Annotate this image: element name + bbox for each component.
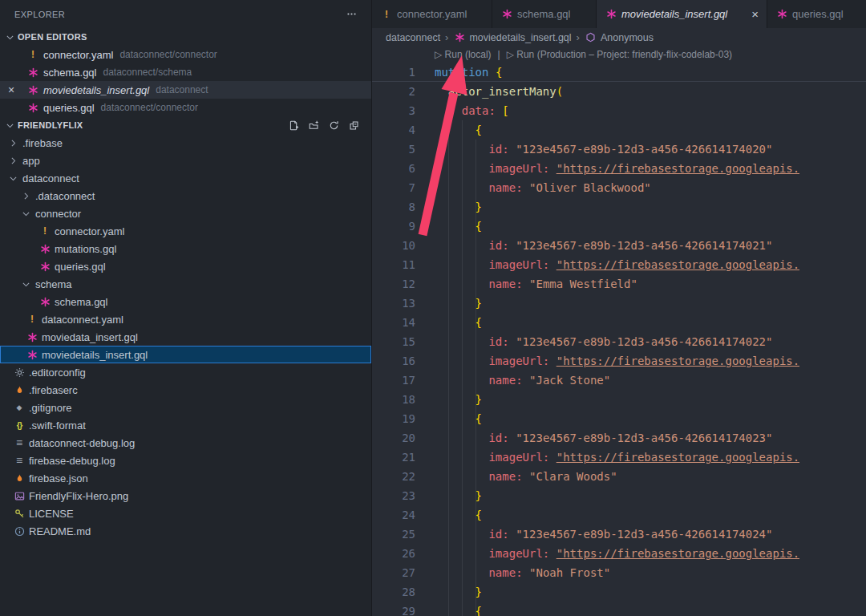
tree-folder-.firebase[interactable]: .firebase (0, 134, 371, 152)
code-line[interactable]: 15 id: "123e4567-e89b-12d3-a456-42661417… (372, 332, 866, 351)
tree-file-moviedata_insert.gql[interactable]: moviedata_insert.gql (0, 328, 371, 346)
tree-folder-dataconnect[interactable]: dataconnect (0, 169, 371, 187)
code-line[interactable]: 8 } (372, 197, 866, 217)
project-chevron-icon (3, 119, 16, 132)
tree-file-firebase.json[interactable]: firebase.json (0, 469, 371, 487)
tree-file-FriendlyFlix-Hero.png[interactable]: FriendlyFlix-Hero.png (0, 487, 371, 505)
tree-file-.swift-format[interactable]: {}.swift-format (0, 416, 371, 434)
symbol-icon (585, 31, 597, 44)
tree-file-.firebaserc[interactable]: .firebaserc (0, 381, 371, 399)
tree-file-firebase-debug.log[interactable]: ≡firebase-debug.log (0, 452, 371, 469)
code-line[interactable]: 5 id: "123e4567-e89b-12d3-a456-426614174… (372, 140, 866, 159)
code-line[interactable]: 28 } (372, 582, 866, 602)
line-content: imageUrl: "https://firebasestorage.googl… (415, 544, 799, 563)
tree-file-dataconnect.yaml[interactable]: !dataconnect.yaml (0, 310, 371, 328)
project-section-header[interactable]: FRIENDLYFLIX (0, 116, 371, 134)
tab-moviedetails_insert.gql[interactable]: moviedetails_insert.gql× (597, 0, 767, 28)
line-number: 15 (372, 332, 415, 351)
gear-icon (13, 366, 26, 379)
tree-file-schema.gql[interactable]: schema.gql (0, 293, 371, 310)
tree-folder-.dataconnect[interactable]: .dataconnect (0, 187, 371, 205)
tree-folder-schema[interactable]: schema (0, 275, 371, 293)
chevron-down-icon (19, 278, 32, 290)
code-line[interactable]: 23 } (372, 486, 866, 505)
tree-file-.editorconfig[interactable]: .editorconfig (0, 363, 371, 381)
open-editor-item[interactable]: ×moviedetails_insert.gqldataconnect (0, 81, 371, 99)
breadcrumb-item[interactable]: moviedetails_insert.gql (453, 31, 571, 44)
file-path: dataconnect/connector (119, 49, 216, 60)
run-local-link[interactable]: ▷ Run (local) (435, 49, 492, 60)
line-content: id: "123e4567-e89b-12d3-a456-42661417402… (415, 428, 772, 448)
code-line[interactable]: 2 actor_insertMany( (372, 82, 866, 101)
code-line[interactable]: 4 { (372, 120, 866, 140)
tree-folder-connector[interactable]: connector (0, 205, 371, 222)
code-line[interactable]: 21 imageUrl: "https://firebasestorage.go… (372, 448, 866, 467)
breadcrumb-separator-icon: › (445, 31, 448, 43)
close-icon[interactable]: × (747, 7, 759, 21)
code-line[interactable]: 9 { (372, 217, 866, 236)
code-editor[interactable]: ▷ Run (local) | ▷ Run (Production – Proj… (372, 47, 866, 616)
line-number: 18 (372, 390, 415, 409)
tab-bar: !connector.yamlschema.gqlmoviedetails_in… (372, 0, 866, 28)
item-label: dataconnect-debug.log (29, 437, 135, 449)
code-line[interactable]: 6 imageUrl: "https://firebasestorage.goo… (372, 159, 866, 178)
new-folder-button[interactable] (306, 118, 320, 132)
code-line[interactable]: 10 id: "123e4567-e89b-12d3-a456-42661417… (372, 236, 866, 255)
tree-file-connector.yaml[interactable]: !connector.yaml (0, 222, 371, 240)
code-line[interactable]: 20 id: "123e4567-e89b-12d3-a456-42661417… (372, 428, 866, 448)
tree-file-queries.gql[interactable]: queries.gql (0, 257, 371, 275)
item-label: schema.gql (55, 296, 107, 308)
code-line[interactable]: 16 imageUrl: "https://firebasestorage.go… (372, 351, 866, 371)
code-lines: 1mutation {2 actor_insertMany(3 data: [4… (372, 63, 866, 616)
run-production-link[interactable]: ▷ Run (Production – Project: friendly-fl… (507, 49, 732, 60)
breadcrumb-item[interactable]: Anonymous (585, 31, 654, 44)
code-line[interactable]: 18 } (372, 390, 866, 409)
line-number: 22 (372, 467, 415, 486)
tab-label: moviedetails_insert.gql (621, 8, 727, 20)
flame-icon (13, 383, 26, 396)
item-label: app (22, 155, 40, 167)
tree-file-LICENSE[interactable]: LICENSE (0, 505, 371, 522)
code-line[interactable]: 29 { (372, 602, 866, 616)
code-line[interactable]: 11 imageUrl: "https://firebasestorage.go… (372, 255, 866, 274)
open-editor-item[interactable]: schema.gqldataconnect/schema (0, 63, 371, 81)
tree-folder-app[interactable]: app (0, 152, 371, 169)
tree-file-README.md[interactable]: README.md (0, 522, 371, 540)
code-line[interactable]: 22 name: "Clara Woods" (372, 467, 866, 486)
close-icon[interactable]: × (8, 81, 14, 99)
code-line[interactable]: 3 data: [ (372, 101, 866, 120)
breadcrumb-item[interactable]: dataconnect (386, 32, 440, 43)
open-editors-header[interactable]: OPEN EDITORS (0, 28, 371, 46)
key-icon (13, 507, 26, 520)
tab-queries.gql[interactable]: queries.gql (767, 0, 866, 28)
refresh-button[interactable] (326, 118, 340, 132)
code-line[interactable]: 14 { (372, 313, 866, 332)
tree-file-dataconnect-debug.log[interactable]: ≡dataconnect-debug.log (0, 434, 371, 452)
code-line[interactable]: 7 name: "Oliver Blackwood" (372, 178, 866, 197)
code-line[interactable]: 24 { (372, 505, 866, 525)
flame-icon (13, 472, 26, 484)
file-name: connector.yaml (43, 49, 113, 61)
open-editor-item[interactable]: !connector.yamldataconnect/connector (0, 46, 371, 63)
code-line[interactable]: 1mutation { (372, 63, 866, 82)
tree-file-mutations.gql[interactable]: mutations.gql (0, 240, 371, 257)
code-line[interactable]: 26 imageUrl: "https://firebasestorage.go… (372, 544, 866, 563)
code-line[interactable]: 19 { (372, 409, 866, 428)
code-line[interactable]: 27 name: "Noah Frost" (372, 563, 866, 582)
tab-schema.gql[interactable]: schema.gql (492, 0, 597, 28)
tree-file-.gitignore[interactable]: ◆.gitignore (0, 399, 371, 416)
new-file-button[interactable] (285, 118, 300, 132)
collapse-all-button[interactable] (346, 118, 360, 132)
info-icon (13, 525, 26, 537)
code-line[interactable]: 25 id: "123e4567-e89b-12d3-a456-42661417… (372, 525, 866, 544)
breadcrumb: dataconnect›moviedetails_insert.gql›Anon… (372, 28, 866, 47)
indent-guide (462, 120, 463, 616)
item-label: schema (35, 278, 72, 290)
code-line[interactable]: 17 name: "Jack Stone" (372, 371, 866, 390)
open-editor-item[interactable]: queries.gqldataconnect/connector (0, 99, 371, 116)
code-line[interactable]: 13 } (372, 294, 866, 313)
code-line[interactable]: 12 name: "Emma Westfield" (372, 274, 866, 294)
more-actions-button[interactable] (344, 7, 358, 22)
tab-connector.yaml[interactable]: !connector.yaml (372, 0, 492, 28)
tree-file-moviedetails_insert.gql[interactable]: moviedetails_insert.gql (0, 346, 371, 363)
